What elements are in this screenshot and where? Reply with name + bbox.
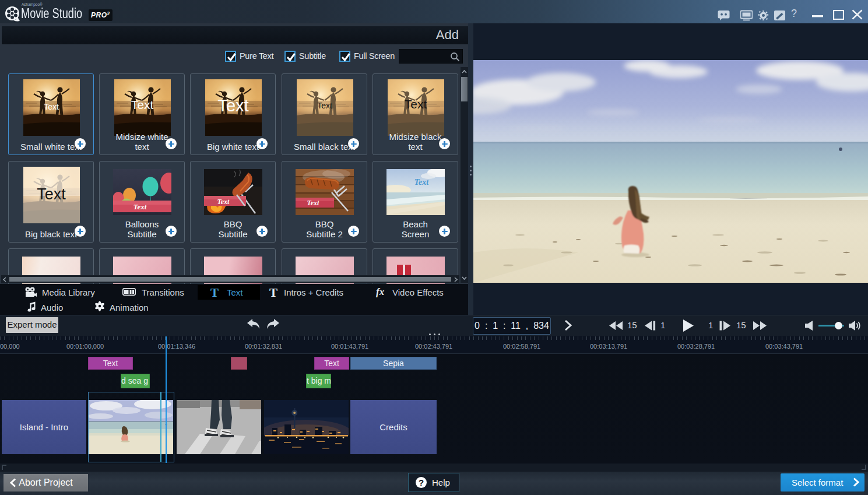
svg-text:Text: Text — [37, 185, 66, 203]
svg-text:Text: Text — [131, 98, 154, 111]
svg-text:Text: Text — [405, 97, 427, 111]
svg-text:Text: Text — [317, 101, 332, 110]
svg-text:Text: Text — [44, 102, 59, 111]
svg-text:Text: Text — [217, 96, 248, 115]
